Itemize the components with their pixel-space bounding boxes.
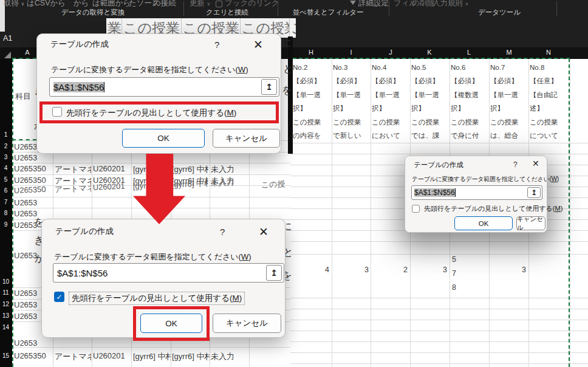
table-row[interactable]: U265350	[14, 176, 52, 185]
cell-value-l[interactable]: 7	[452, 269, 488, 278]
table-row[interactable]: U260201	[93, 164, 131, 173]
range-selector-icon[interactable]: ↥	[266, 265, 282, 281]
cell-h1[interactable]: No.2【必須】【単一選択】この授業の内容を	[293, 61, 330, 142]
ribbon-from-csv-button[interactable]: はCSVから	[27, 0, 66, 9]
cell-value-h[interactable]: 4	[293, 266, 329, 274]
ribbon-separator	[556, 1, 557, 16]
cell-n1[interactable]: No.8【任意】【自由記述】この授業について	[530, 61, 567, 142]
ok-button[interactable]: OK	[140, 314, 202, 333]
row-header-15[interactable]: 15	[0, 352, 12, 359]
ribbon-advanced-button[interactable]: 詳細設定	[358, 0, 389, 9]
ribbon-remove-duplicates-button[interactable]: の削除	[412, 0, 435, 9]
cell-stub[interactable]: U2653	[14, 198, 41, 207]
ribbon-from-web-button[interactable]: から	[74, 0, 89, 9]
ok-button[interactable]: OK	[454, 216, 513, 230]
header-row-checkbox[interactable]	[412, 205, 420, 213]
row-header-10[interactable]: 10	[0, 278, 12, 285]
selection-border	[12, 58, 13, 367]
column-header-i[interactable]: I	[332, 49, 371, 56]
cell-k1[interactable]: No.5【必須】【単一選択】この授業では、課	[411, 61, 449, 142]
row-header-8[interactable]: 8	[0, 210, 12, 216]
cell-stub[interactable]: U2653	[14, 289, 41, 298]
table-row[interactable]: U260201	[93, 351, 131, 360]
ribbon-data-validation-button[interactable]: 入力規則 ∨	[432, 0, 468, 9]
table-row[interactable]: [gyrr6] 中村	[133, 351, 171, 362]
ribbon-existing-connections-button[interactable]: の接続	[153, 0, 176, 9]
table-row[interactable]: 未入力	[211, 164, 247, 175]
range-input[interactable]: $A$1:$N$56 ↥	[49, 77, 279, 97]
help-icon[interactable]: ?	[513, 160, 518, 169]
row-header-14[interactable]: 14	[0, 324, 12, 331]
row-header-9[interactable]: 9	[0, 221, 12, 228]
row-header-3[interactable]: 3	[0, 154, 12, 160]
column-header-j[interactable]: J	[371, 49, 410, 56]
ribbon-refresh-button[interactable]: 更新 ∨	[190, 0, 210, 9]
cell-m1[interactable]: No.7【必須】【単一選択】この授業は、総合	[490, 61, 528, 142]
range-input[interactable]: $A$1:$N$56 ↥	[53, 263, 284, 283]
cell-stub[interactable]: U2653	[14, 300, 41, 309]
cell-stub[interactable]: U2653	[14, 153, 41, 162]
ok-button[interactable]: OK	[122, 129, 205, 148]
cell-l1[interactable]: No.6【必須】【複数選択】この授業で身に付	[451, 61, 488, 142]
header-row-checkbox-checked[interactable]: ✓	[54, 292, 64, 302]
cancel-button[interactable]: キャンセル	[213, 314, 281, 333]
column-header-m[interactable]: M	[490, 49, 528, 56]
cell-value-l[interactable]: 5	[452, 255, 488, 264]
close-icon[interactable]: ✕	[532, 159, 539, 168]
selection-border	[12, 58, 36, 59]
create-table-dialog-small: テーブルの作成 ? ✕ テーブルに変換するデータ範囲を指定してください(W) $…	[405, 156, 547, 233]
row-header-12[interactable]: 12	[0, 301, 12, 307]
cell-value-l[interactable]: 8	[452, 283, 488, 292]
table-row[interactable]: アートマネ	[55, 351, 91, 362]
range-selector-icon[interactable]: ↥	[261, 79, 277, 95]
ribbon-from-range-button[interactable]: は範囲から	[92, 0, 131, 9]
range-prompt: テーブルに変換するデータ範囲を指定してください(W)	[412, 175, 559, 184]
cell-a1-subject[interactable]: 科目	[15, 91, 31, 102]
gridline	[332, 59, 332, 367]
range-selector-icon[interactable]: ↥	[527, 187, 541, 198]
column-header-n[interactable]: N	[529, 49, 568, 56]
help-icon[interactable]: ?	[214, 39, 219, 50]
column-header-h[interactable]: H	[292, 49, 330, 56]
cancel-button[interactable]: キャンセル	[213, 129, 280, 148]
cell-stub[interactable]: U2653	[14, 312, 41, 321]
gridline	[290, 143, 588, 143]
row-header-13[interactable]: 13	[0, 312, 12, 319]
range-input[interactable]: $A$1:$N$56 ↥	[411, 185, 542, 200]
ribbon-book-links-button[interactable]: ブックのリンク	[225, 0, 279, 9]
cell-value-m[interactable]: 3	[490, 266, 526, 274]
table-row[interactable]: [gyrr6] 中村	[172, 351, 210, 362]
cell-value-j[interactable]: 2	[371, 266, 408, 274]
column-header-k[interactable]: K	[410, 49, 449, 56]
header-row-label[interactable]: 先頭行をテーブルの見出しとして使用する(M)	[69, 292, 245, 305]
cell-j1[interactable]: No.4【必須】【単一選択】この授業において	[372, 61, 409, 142]
cell-value-k[interactable]: 3	[411, 266, 447, 274]
cell-stub[interactable]: U2653	[14, 338, 41, 348]
selection-border	[12, 139, 36, 140]
row-header-11[interactable]: 11	[0, 289, 12, 296]
row-header-5[interactable]: 5	[0, 176, 12, 183]
header-row-label[interactable]: 先頭行をテーブルの見出しとして使用する(M)	[66, 108, 236, 118]
table-row[interactable]: 未入力	[211, 351, 247, 362]
row-header-6[interactable]: 6	[0, 187, 12, 194]
row-header-1[interactable]: 1	[0, 131, 12, 138]
cell-i1[interactable]: No.3【必須】【単一選択】この授業で新しい	[333, 61, 371, 142]
column-header-l[interactable]: L	[450, 49, 488, 56]
background-text-fragment: に	[282, 36, 292, 50]
row-header-2[interactable]: 2	[0, 143, 12, 149]
cancel-button[interactable]: キャンセル	[516, 216, 545, 230]
table-row[interactable]: U265350	[14, 164, 52, 173]
close-icon[interactable]: ✕	[253, 38, 263, 52]
close-icon[interactable]: ✕	[259, 225, 268, 239]
ribbon-get-data-button[interactable]: 取得 ∨	[4, 0, 24, 9]
table-row[interactable]: [gyrr6] 中村	[172, 164, 208, 175]
cell-value-i[interactable]: 3	[332, 266, 369, 274]
table-row[interactable]: アートマネ	[55, 164, 91, 175]
help-icon[interactable]: ?	[220, 227, 225, 237]
header-row-checkbox[interactable]	[52, 107, 62, 117]
table-row[interactable]: U265350	[14, 351, 52, 360]
row-header-4[interactable]: 4	[0, 165, 12, 171]
name-box[interactable]: A1	[3, 34, 12, 43]
row-header-7[interactable]: 7	[0, 199, 12, 205]
header-row-label[interactable]: 先頭行をテーブルの見出しとして使用する(M)	[424, 204, 562, 213]
